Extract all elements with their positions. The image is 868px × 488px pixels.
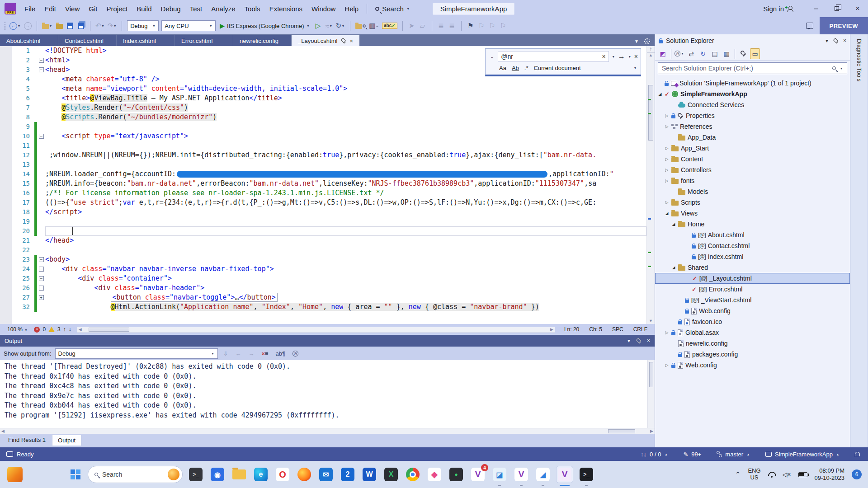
- sync-status[interactable]: ↑↓ 0 / 0 ▴: [641, 451, 668, 458]
- output-horizontal-scrollbar[interactable]: ◀ ▶: [0, 428, 655, 434]
- tab-_Layout.cshtml[interactable]: _Layout.cshtml×: [292, 35, 359, 46]
- prev-issue-icon[interactable]: ↑: [63, 326, 66, 333]
- se-window-position-icon[interactable]: ▾: [826, 38, 828, 44]
- hot-reload-button[interactable]: ≈▾: [324, 20, 335, 32]
- menu-item-window[interactable]: Window: [307, 2, 340, 15]
- tree-item[interactable]: ◢Shared: [655, 262, 850, 273]
- timestamp-icon[interactable]: ◷: [291, 351, 300, 357]
- tree-item[interactable]: [@]Index.cshtml: [655, 251, 850, 262]
- code-line[interactable]: 6 <title>@ViewBag.Title – My ASP.NET App…: [12, 94, 646, 103]
- tree-item[interactable]: newrelic.config: [655, 338, 850, 349]
- git-branch[interactable]: master ▴: [717, 451, 750, 458]
- tree-item[interactable]: Connected Services: [655, 99, 850, 110]
- collapse-arrow-icon[interactable]: ◢: [665, 211, 669, 216]
- bottom-tab-find-results-1[interactable]: Find Results 1: [3, 435, 51, 445]
- se-pin-icon[interactable]: [834, 39, 838, 43]
- code-line[interactable]: 17(()=>{"use strict";var e,t,r={234:(e,t…: [12, 198, 646, 207]
- tab-Error.cshtml[interactable]: Error.cshtml: [175, 35, 233, 46]
- tree-item[interactable]: ▷Properties: [655, 110, 850, 121]
- restore-button[interactable]: [826, 0, 847, 17]
- fold-collapse-icon[interactable]: –: [39, 276, 44, 281]
- regex-toggle[interactable]: .*: [524, 65, 528, 71]
- menu-item-git[interactable]: Git: [84, 2, 102, 15]
- menu-item-build[interactable]: Build: [132, 2, 156, 15]
- preview-button[interactable]: PREVIEW: [820, 17, 868, 34]
- code-line[interactable]: 16;/*! For license information please se…: [12, 188, 646, 198]
- tab-Index.cshtml[interactable]: Index.cshtml: [117, 35, 175, 46]
- notifications-bell-icon[interactable]: [855, 452, 860, 456]
- warning-count[interactable]: 3: [57, 326, 61, 333]
- vs-preview-app[interactable]: V: [556, 466, 573, 483]
- feedback-icon[interactable]: [806, 23, 813, 29]
- tree-item[interactable]: Web.config: [655, 305, 850, 316]
- collapse-arrow-icon[interactable]: ◢: [658, 92, 662, 96]
- output-vertical-scrollbar[interactable]: [647, 360, 655, 428]
- menu-item-view[interactable]: View: [61, 2, 84, 15]
- solution-configuration-select[interactable]: Debug▾: [127, 20, 159, 31]
- start-debugging-button[interactable]: ▶ IIS Express (Google Chrome) ▾: [217, 20, 312, 32]
- code-line[interactable]: 14;NREUM.loader_config={accountID:,appli…: [12, 169, 646, 179]
- vscode-app[interactable]: ◢: [534, 466, 552, 483]
- breakpoint-margin[interactable]: [0, 46, 12, 324]
- clear-search-icon[interactable]: ×: [602, 53, 606, 60]
- browse-with-button[interactable]: [354, 20, 368, 32]
- prev-message-icon[interactable]: ←: [233, 350, 243, 357]
- eol-indicator[interactable]: CRLF: [630, 326, 651, 333]
- column-indicator[interactable]: Ch: 5: [585, 326, 606, 333]
- menu-item-project[interactable]: Project: [102, 2, 132, 15]
- tree-item[interactable]: ✓[@]Error.cshtml: [655, 284, 850, 295]
- firefox-app[interactable]: [296, 466, 313, 483]
- expand-arrow-icon[interactable]: ▷: [665, 113, 669, 118]
- tab-Contact.cshtml[interactable]: Contact.cshtml: [58, 35, 116, 46]
- search-history-icon[interactable]: ▾: [612, 55, 615, 59]
- split-window-button[interactable]: ▥≡: [368, 20, 381, 32]
- clear-all-output-icon[interactable]: ×≡: [259, 350, 270, 357]
- spreadsheet-app[interactable]: X: [382, 466, 400, 483]
- pending-changes-filter-icon[interactable]: ◷▾: [675, 48, 684, 59]
- refresh-icon[interactable]: ↻: [698, 48, 708, 59]
- tree-item[interactable]: ◢Home: [655, 219, 850, 230]
- new-project-button[interactable]: ▾: [41, 20, 54, 32]
- repository-picker[interactable]: SimpleFrameworkApp ▴: [765, 451, 840, 458]
- pending-edits[interactable]: ✎ 99+: [683, 451, 701, 458]
- start-without-debugging-button[interactable]: ▷: [313, 20, 324, 32]
- fold-collapse-icon[interactable]: –: [39, 257, 44, 262]
- tree-item[interactable]: ◢✓SimpleFrameworkApp: [655, 89, 850, 99]
- menu-item-tools[interactable]: Tools: [240, 2, 265, 15]
- match-word-toggle[interactable]: Ab: [512, 65, 519, 71]
- show-all-files-icon[interactable]: ▦: [722, 48, 731, 59]
- code-line[interactable]: 7 @Styles.Render("~/Content/css"): [12, 103, 646, 113]
- code-line[interactable]: 19: [12, 217, 646, 226]
- tab-settings-icon[interactable]: [644, 38, 650, 44]
- expand-arrow-icon[interactable]: ▷: [665, 124, 669, 129]
- code-line[interactable]: 25– <div class="container">: [12, 274, 646, 283]
- find-input[interactable]: @nr ×: [498, 51, 609, 62]
- collapse-arrow-icon[interactable]: ◢: [671, 265, 676, 270]
- save-button[interactable]: [65, 20, 75, 32]
- previous-bookmark-button[interactable]: ⚐: [476, 20, 487, 32]
- fold-collapse-icon[interactable]: –: [39, 58, 44, 63]
- decrease-indent-button[interactable]: ≣: [436, 20, 447, 32]
- editor-vertical-scrollbar[interactable]: ‡ ▲ ▼: [646, 46, 655, 324]
- tab-newrelic.config[interactable]: newrelic.config: [233, 35, 291, 46]
- close-find-icon[interactable]: ×: [634, 53, 638, 60]
- next-issue-icon[interactable]: ↓: [69, 326, 71, 333]
- edge-app[interactable]: e: [252, 466, 269, 483]
- device-app[interactable]: >_: [187, 466, 204, 483]
- output-close-icon[interactable]: ×: [647, 338, 650, 344]
- code-line[interactable]: 24– <div class="navbar navbar-inverse na…: [12, 264, 646, 274]
- next-message-icon[interactable]: →: [246, 350, 256, 357]
- expand-arrow-icon[interactable]: ▷: [665, 146, 669, 150]
- vs-search-button[interactable]: Search ▾: [371, 2, 415, 15]
- find-next-options-icon[interactable]: ▾: [628, 55, 632, 59]
- document-list-icon[interactable]: ▼: [633, 39, 640, 44]
- tree-item[interactable]: favicon.ico: [655, 316, 850, 327]
- tree-item[interactable]: ▷Web.config: [655, 360, 850, 371]
- tree-item[interactable]: [@]_ViewStart.cshtml: [655, 295, 850, 305]
- diamond-app[interactable]: ◆: [426, 466, 443, 483]
- word-app[interactable]: W: [361, 466, 378, 483]
- tree-item[interactable]: Solution 'SimpleFrameworkApp' (1 of 1 pr…: [655, 78, 850, 89]
- menu-item-analyze[interactable]: Analyze: [207, 2, 240, 15]
- terminal-app[interactable]: >_: [578, 466, 595, 483]
- expand-arrow-icon[interactable]: ▷: [665, 330, 669, 335]
